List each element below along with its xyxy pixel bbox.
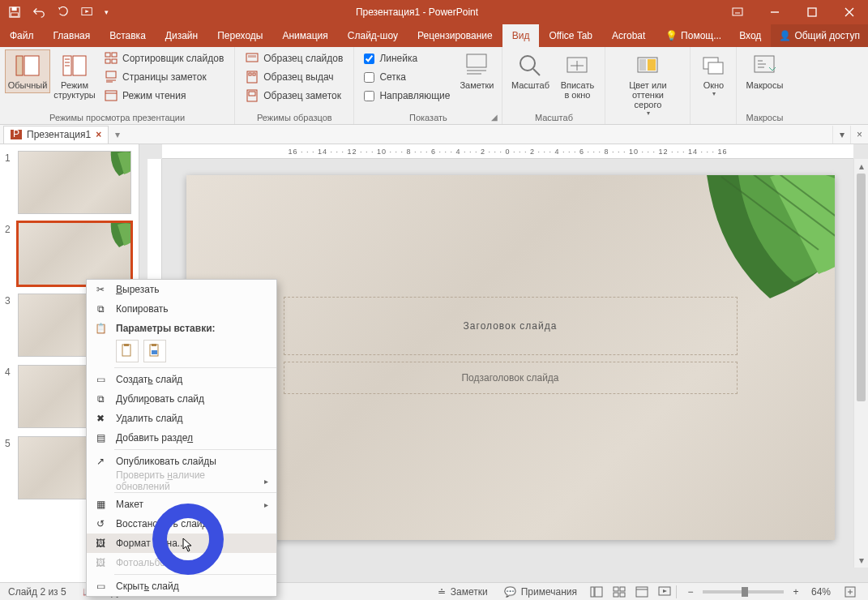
tab-review[interactable]: Рецензирование bbox=[408, 24, 502, 47]
tab-insert[interactable]: Вставка bbox=[100, 24, 156, 47]
ctx-hide-slide[interactable]: ▭Скрыть слайд bbox=[87, 576, 276, 596]
scroll-thumb[interactable] bbox=[857, 174, 866, 401]
slide-sorter-button[interactable]: Сортировщик слайдов bbox=[99, 49, 229, 67]
doc-tab[interactable]: P Презентация1 × bbox=[3, 126, 109, 144]
macros-button[interactable]: Макросы bbox=[742, 49, 787, 93]
save-button[interactable] bbox=[3, 2, 26, 23]
thumbnail-2[interactable] bbox=[18, 222, 131, 285]
fit-to-window-button[interactable] bbox=[839, 583, 862, 601]
qat-customize[interactable]: ▾ bbox=[100, 2, 112, 23]
fit-window-button[interactable]: Вписать в окно bbox=[554, 49, 600, 103]
reading-view-button[interactable]: Режим чтения bbox=[99, 87, 229, 105]
slide-canvas[interactable]: Заголовок слайда Подзаголовок слайда bbox=[186, 175, 835, 540]
ctx-duplicate-slide[interactable]: ⧉Дублировать слайд bbox=[87, 389, 276, 409]
svg-rect-35 bbox=[124, 344, 129, 346]
scroll-up[interactable]: ▴ bbox=[854, 159, 868, 174]
ribbon-options-button[interactable] bbox=[719, 0, 756, 24]
paste-picture[interactable] bbox=[143, 340, 166, 362]
status-notes-toggle[interactable]: ≐Заметки bbox=[430, 583, 496, 600]
ctx-copy[interactable]: ⧉Копировать bbox=[87, 299, 276, 319]
maximize-button[interactable] bbox=[793, 0, 831, 24]
svg-rect-23 bbox=[467, 54, 486, 67]
ctx-paste-options-label: 📋Параметры вставки: bbox=[87, 319, 276, 338]
tab-acrobat[interactable]: Acrobat bbox=[602, 24, 655, 47]
title-bar: ▾ Презентация1 - PowerPoint bbox=[0, 0, 868, 24]
svg-rect-43 bbox=[614, 593, 618, 597]
status-slide-counter[interactable]: Слайд 2 из 5 bbox=[0, 583, 75, 600]
window-menu[interactable]: Окно bbox=[695, 49, 731, 101]
svg-rect-10 bbox=[105, 53, 110, 57]
scroll-down[interactable]: ▾ bbox=[854, 553, 868, 568]
thumbnail-1[interactable] bbox=[18, 151, 131, 214]
ruler-checkbox[interactable]: Линейка bbox=[359, 49, 455, 67]
gridlines-checkbox[interactable]: Сетка bbox=[359, 68, 455, 86]
zoom-out-button[interactable]: − bbox=[683, 585, 698, 599]
svg-rect-28 bbox=[648, 59, 656, 71]
sign-in-button[interactable]: Вход bbox=[731, 24, 769, 47]
view-sorter-button[interactable] bbox=[608, 583, 631, 601]
tab-file[interactable]: Файл bbox=[0, 24, 44, 47]
color-grayscale-menu[interactable]: Цвет или оттенки серого bbox=[610, 49, 685, 120]
undo-button[interactable] bbox=[28, 2, 50, 23]
svg-rect-7 bbox=[24, 56, 39, 75]
tab-home[interactable]: Главная bbox=[44, 24, 100, 47]
tabstrip-close[interactable]: × bbox=[850, 126, 868, 144]
layout-icon: ▦ bbox=[93, 497, 108, 512]
window-controls bbox=[719, 0, 868, 24]
zoom-slider[interactable] bbox=[703, 590, 784, 594]
zoom-handle[interactable] bbox=[742, 587, 748, 597]
outline-view-button[interactable]: Режим структуры bbox=[52, 49, 97, 103]
handout-master-button[interactable]: Образец выдач bbox=[240, 68, 348, 86]
zoom-button[interactable]: Масштаб bbox=[507, 49, 553, 93]
title-placeholder[interactable]: Заголовок слайда bbox=[284, 297, 738, 355]
ctx-reset-slide[interactable]: ↺Восстановить слайд bbox=[87, 514, 276, 534]
tab-officetab[interactable]: Office Tab bbox=[539, 24, 602, 47]
paste-keep-formatting[interactable] bbox=[116, 340, 139, 362]
svg-rect-40 bbox=[595, 587, 602, 597]
ctx-new-slide[interactable]: ▭Создать слайд bbox=[87, 370, 276, 389]
tab-view[interactable]: Вид bbox=[502, 24, 540, 47]
guides-checkbox[interactable]: Направляющие bbox=[359, 87, 455, 105]
view-reading-button[interactable] bbox=[631, 583, 653, 601]
share-button[interactable]: 👤Общий доступ bbox=[771, 24, 868, 47]
ctx-cut[interactable]: ✂Вырезать bbox=[87, 280, 276, 299]
section-icon: ▤ bbox=[93, 431, 108, 445]
doc-tab-add[interactable]: ▾ bbox=[109, 129, 126, 140]
tab-slideshow[interactable]: Слайд-шоу bbox=[338, 24, 408, 47]
tell-me-button[interactable]: 💡Помощ... bbox=[657, 24, 729, 47]
close-button[interactable] bbox=[831, 0, 868, 24]
redo-button[interactable] bbox=[52, 2, 75, 23]
tab-design[interactable]: Дизайн bbox=[156, 24, 207, 47]
zoom-in-button[interactable]: + bbox=[789, 585, 803, 599]
minimize-button[interactable] bbox=[756, 0, 793, 24]
subtitle-placeholder[interactable]: Подзаголовок слайда bbox=[284, 362, 738, 394]
tab-animations[interactable]: Анимация bbox=[272, 24, 337, 47]
slide-master-button[interactable]: Образец слайдов bbox=[240, 49, 348, 67]
lightbulb-icon: 💡 bbox=[665, 30, 678, 41]
new-slide-icon: ▭ bbox=[93, 372, 108, 387]
start-slideshow-button[interactable] bbox=[76, 2, 99, 23]
tab-transitions[interactable]: Переходы bbox=[207, 24, 272, 47]
svg-rect-19 bbox=[249, 73, 251, 75]
svg-rect-15 bbox=[105, 91, 117, 101]
show-launcher[interactable]: ◢ bbox=[489, 111, 500, 122]
ctx-delete-slide[interactable]: ✖Удалить слайд bbox=[87, 409, 276, 428]
ctx-photo-album: 🖼Фотоальбом... bbox=[87, 553, 276, 572]
ctx-add-section[interactable]: ▤Добавить раздел bbox=[87, 428, 276, 448]
notes-master-button[interactable]: Образец заметок bbox=[240, 87, 348, 105]
zoom-level[interactable]: 64% bbox=[808, 586, 834, 598]
ctx-format-background[interactable]: 🖼Формат фона... bbox=[87, 534, 276, 553]
zoom-control: − + 64% bbox=[677, 583, 868, 601]
doc-tab-close[interactable]: × bbox=[96, 129, 101, 140]
ctx-publish-slides[interactable]: ↗Опубликовать слайды bbox=[87, 452, 276, 471]
normal-view-button[interactable]: Обычный bbox=[5, 49, 50, 93]
vertical-scrollbar[interactable]: ▴ ▾ bbox=[853, 159, 868, 568]
view-slideshow-button[interactable] bbox=[653, 583, 676, 601]
notes-page-button[interactable]: Страницы заметок bbox=[99, 68, 229, 86]
notes-button[interactable]: Заметки bbox=[456, 49, 497, 93]
view-normal-button[interactable] bbox=[585, 583, 608, 601]
ctx-layout[interactable]: ▦Макет▸ bbox=[87, 495, 276, 514]
tabstrip-options[interactable]: ▾ bbox=[832, 126, 850, 144]
status-comments-toggle[interactable]: 💬Примечания bbox=[496, 583, 585, 600]
horizontal-ruler[interactable]: 16 · · · 14 · · · 12 · · · 10 · · · 8 · … bbox=[162, 144, 853, 159]
